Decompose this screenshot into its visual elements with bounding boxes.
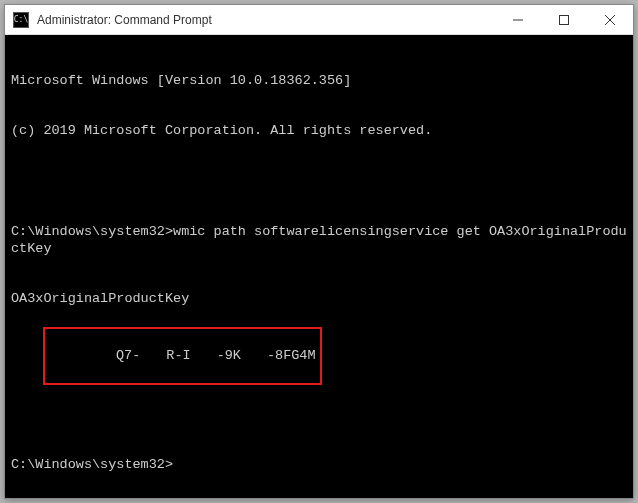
maximize-icon <box>559 15 569 25</box>
window-controls <box>495 5 633 34</box>
cmd-icon: C:\ <box>13 12 29 28</box>
blank-line <box>11 408 627 424</box>
command-line-1: C:\Windows\system32>wmic path softwareli… <box>11 224 627 258</box>
prompt-path: C:\Windows\system32> <box>11 224 173 239</box>
redacted-segment <box>140 347 166 361</box>
copyright-line: (c) 2019 Microsoft Corporation. All righ… <box>11 123 627 140</box>
key-seg3: 9K <box>225 348 241 363</box>
prompt-path: C:\Windows\system32> <box>11 457 173 472</box>
redacted-segment <box>98 347 116 361</box>
redacted-segment <box>241 347 267 361</box>
maximize-button[interactable] <box>541 5 587 34</box>
close-button[interactable] <box>587 5 633 34</box>
svg-rect-1 <box>560 15 569 24</box>
redacted-segment <box>191 347 217 361</box>
command-prompt-window: C:\ Administrator: Command Prompt Micros… <box>4 4 634 499</box>
terminal-area[interactable]: Microsoft Windows [Version 10.0.18362.35… <box>5 35 633 498</box>
titlebar[interactable]: C:\ Administrator: Command Prompt <box>5 5 633 35</box>
product-key-value: Q7-R-I-9K-8FG4M <box>98 348 316 363</box>
minimize-icon <box>513 15 523 25</box>
close-icon <box>605 15 615 25</box>
blank-line <box>11 174 627 190</box>
key-seg4: 8FG4M <box>275 348 316 363</box>
key-seg1: Q7 <box>116 348 132 363</box>
command-line-2: C:\Windows\system32> <box>11 457 627 474</box>
product-key-highlight: Q7-R-I-9K-8FG4M <box>43 327 321 385</box>
version-line: Microsoft Windows [Version 10.0.18362.35… <box>11 73 627 90</box>
cmd-icon-glyph: C:\ <box>14 15 28 24</box>
key-seg2: R-I <box>166 348 190 363</box>
output-column-header: OA3xOriginalProductKey <box>11 291 627 308</box>
minimize-button[interactable] <box>495 5 541 34</box>
window-title: Administrator: Command Prompt <box>37 13 495 27</box>
